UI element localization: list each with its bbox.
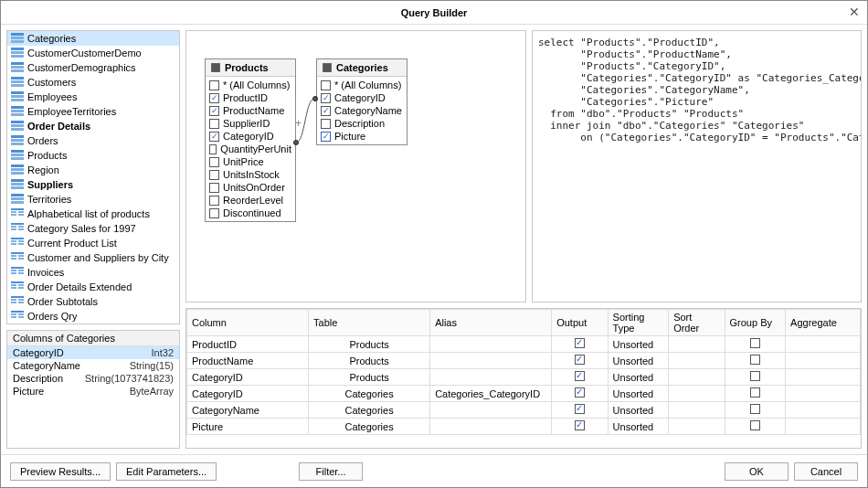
table-item[interactable]: Alphabetical list of products [7, 207, 179, 221]
node-header[interactable]: Categories [317, 59, 407, 77]
grid-row[interactable]: CategoryIDProductsUnsorted [187, 369, 861, 386]
node-selector-icon[interactable] [211, 63, 220, 72]
field-row[interactable]: ProductID [209, 91, 291, 104]
node-header[interactable]: Products [206, 59, 295, 77]
column-row[interactable]: CategoryIDInt32 [7, 346, 179, 359]
field-row[interactable]: CategoryID [321, 91, 403, 104]
node-selector-icon[interactable] [323, 63, 332, 72]
grid-cell-output[interactable] [552, 353, 608, 369]
field-checkbox[interactable] [209, 183, 219, 193]
grid-cell-table[interactable]: Categories [309, 402, 430, 419]
grid-cell-table[interactable]: Products [309, 336, 430, 353]
grid-row[interactable]: CategoryNameCategoriesUnsorted [187, 402, 861, 419]
grid-cell-output[interactable] [552, 386, 608, 402]
field-checkbox[interactable] [321, 80, 331, 90]
grid-header[interactable]: Column [187, 310, 309, 336]
table-item[interactable]: Suppliers [7, 177, 179, 192]
grid-cell-alias[interactable] [430, 369, 552, 386]
close-icon[interactable]: ✕ [849, 5, 860, 19]
sql-preview[interactable]: select "Products"."ProductID", "Products… [532, 30, 862, 302]
grid-cell-table[interactable]: Categories [309, 419, 430, 435]
grid-cell-aggregate[interactable] [786, 369, 861, 386]
grid-cell-alias[interactable] [430, 419, 552, 435]
grid-cell-aggregate[interactable] [786, 386, 861, 402]
table-item[interactable]: Order Details [7, 119, 179, 133]
groupby-checkbox[interactable] [750, 404, 760, 414]
table-item[interactable]: CustomerCustomerDemo [7, 46, 179, 60]
grid-cell-alias[interactable] [430, 402, 552, 419]
field-row[interactable]: QuantityPerUnit [209, 143, 291, 155]
table-item[interactable]: Territories [7, 192, 179, 207]
grid-cell-sorting[interactable]: Unsorted [608, 386, 669, 402]
grid-cell-aggregate[interactable] [786, 402, 861, 419]
field-row[interactable]: UnitPrice [209, 155, 291, 168]
grid-cell-output[interactable] [552, 402, 608, 419]
field-row[interactable]: ReorderLevel [209, 194, 291, 207]
output-checkbox[interactable] [575, 404, 585, 414]
field-row[interactable]: * (All Columns) [209, 79, 291, 91]
grid-cell-sortorder[interactable] [669, 353, 725, 369]
grid-cell-output[interactable] [552, 336, 608, 353]
table-item[interactable]: Current Product List [7, 236, 179, 250]
diagram-panel[interactable]: Products* (All Columns)ProductIDProductN… [185, 30, 526, 302]
grid-cell-sorting[interactable]: Unsorted [608, 336, 669, 353]
edit-parameters-button[interactable]: Edit Parameters... [116, 462, 217, 481]
table-item[interactable]: Orders [7, 133, 179, 148]
field-checkbox[interactable] [321, 119, 331, 129]
table-item[interactable]: Invoices [7, 265, 179, 280]
grid-header[interactable]: Output [552, 310, 608, 336]
field-row[interactable]: Discontinued [209, 207, 291, 219]
table-item[interactable]: Customer and Suppliers by City [7, 250, 179, 265]
field-row[interactable]: Picture [321, 130, 403, 143]
grid-cell-output[interactable] [552, 419, 608, 435]
grid-cell-aggregate[interactable] [786, 419, 861, 435]
table-item[interactable]: EmployeeTerritories [7, 104, 179, 119]
field-checkbox[interactable] [209, 80, 219, 90]
grid-cell-column[interactable]: CategoryID [187, 369, 309, 386]
field-checkbox[interactable] [209, 196, 219, 206]
grid-header[interactable]: Group By [725, 310, 786, 336]
field-row[interactable]: SupplierID+ [209, 117, 291, 130]
grid-cell-sorting[interactable]: Unsorted [608, 402, 669, 419]
table-item[interactable]: Employees [7, 90, 179, 104]
filter-button[interactable]: Filter... [299, 462, 363, 481]
groupby-checkbox[interactable] [750, 371, 760, 381]
table-item[interactable]: Region [7, 163, 179, 177]
grid-panel[interactable]: ColumnTableAliasOutputSorting TypeSort O… [185, 308, 862, 449]
grid-cell-sortorder[interactable] [669, 336, 725, 353]
table-item[interactable]: Categories [7, 31, 179, 46]
field-row[interactable]: * (All Columns) [321, 79, 403, 91]
grid-cell-groupby[interactable] [725, 353, 786, 369]
grid-cell-sortorder[interactable] [669, 419, 725, 435]
output-checkbox[interactable] [575, 371, 585, 381]
grid-cell-column[interactable]: CategoryID [187, 386, 309, 402]
table-item[interactable]: Products [7, 148, 179, 163]
table-item[interactable]: Orders Qry [7, 309, 179, 322]
table-item[interactable]: CustomerDemographics [7, 60, 179, 75]
grid-cell-table[interactable]: Products [309, 369, 430, 386]
output-checkbox[interactable] [575, 387, 585, 398]
grid-cell-output[interactable] [552, 369, 608, 386]
preview-results-button[interactable]: Preview Results... [10, 462, 111, 481]
ok-button[interactable]: OK [725, 462, 789, 481]
column-row[interactable]: DescriptionString(1073741823) [7, 372, 179, 385]
field-checkbox[interactable] [321, 106, 331, 116]
groupby-checkbox[interactable] [750, 338, 760, 348]
diagram-node[interactable]: Categories* (All Columns)CategoryIDCateg… [316, 58, 408, 145]
table-item[interactable]: Customers [7, 75, 179, 90]
grid-cell-table[interactable]: Products [309, 353, 430, 369]
grid-cell-table[interactable]: Categories [309, 386, 430, 402]
output-checkbox[interactable] [575, 420, 585, 430]
grid-cell-sortorder[interactable] [669, 369, 725, 386]
grid-header[interactable]: Sort Order [669, 310, 725, 336]
grid-row[interactable]: ProductNameProductsUnsorted [187, 353, 861, 369]
cancel-button[interactable]: Cancel [794, 462, 858, 481]
table-item[interactable]: Order Subtotals [7, 294, 179, 309]
field-checkbox[interactable] [209, 93, 219, 103]
field-row[interactable]: Description [321, 117, 403, 130]
grid-cell-sorting[interactable]: Unsorted [608, 369, 669, 386]
field-checkbox[interactable] [321, 93, 331, 103]
field-checkbox[interactable] [209, 170, 219, 180]
diagram-node[interactable]: Products* (All Columns)ProductIDProductN… [205, 58, 296, 222]
columns-list[interactable]: CategoryIDInt32CategoryNameString(15)Des… [7, 346, 179, 398]
